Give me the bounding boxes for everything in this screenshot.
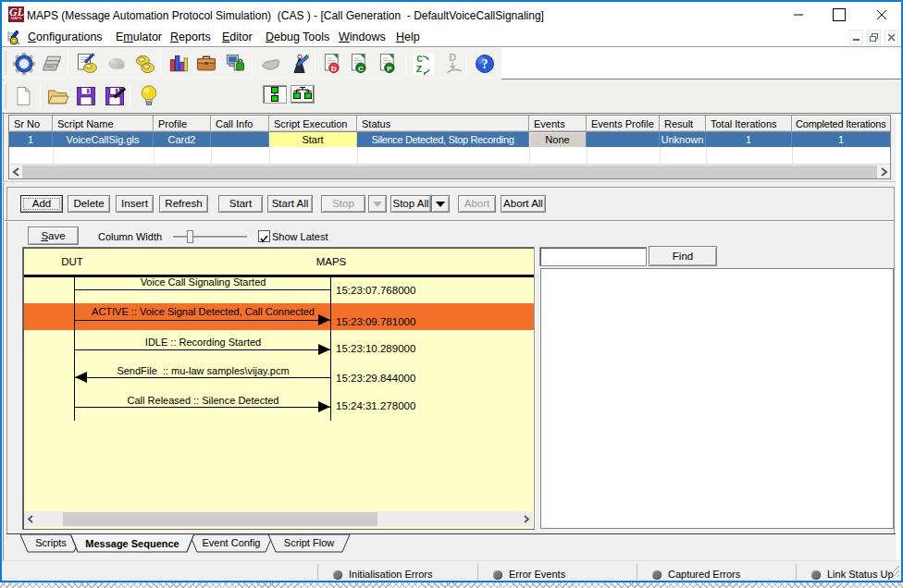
svg-text:P: P (387, 65, 391, 73)
svg-text:Event Config: Event Config (203, 537, 261, 548)
svg-text:D: D (331, 65, 337, 73)
svg-text:Scripts: Scripts (35, 537, 67, 548)
svg-text:?: ? (482, 57, 489, 71)
svg-text:D: D (450, 53, 457, 63)
svg-text:C: C (358, 65, 364, 73)
svg-text:Message Sequence: Message Sequence (85, 538, 179, 549)
svg-text:Script Flow: Script Flow (284, 537, 334, 548)
svg-text:Z: Z (415, 64, 422, 75)
